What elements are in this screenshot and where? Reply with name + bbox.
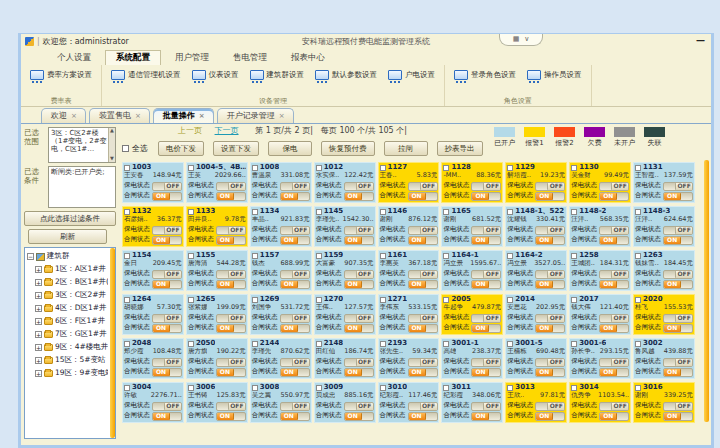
close-switch[interactable]: ON (344, 324, 374, 333)
expand-icon[interactable]: + (35, 266, 42, 273)
protect-switch[interactable]: OFF (599, 226, 629, 235)
card-checkbox[interactable] (443, 165, 449, 171)
selected-condition-box[interactable]: 断闸类:已开户类; (48, 166, 116, 208)
meter-card[interactable]: 1154金日209.45元保电状态OFF合闸状态ON (122, 250, 184, 291)
protect-switch[interactable]: OFF (152, 270, 182, 279)
protect-switch[interactable]: OFF (663, 358, 693, 367)
protect-switch[interactable]: OFF (152, 402, 182, 411)
protect-switch[interactable]: OFF (280, 182, 310, 191)
tree-item[interactable]: +3区：C区2#井（1#变… (27, 289, 108, 302)
meter-card[interactable]: 3001-1高雄238.37元保电状态OFF合闸状态ON (441, 338, 503, 379)
card-checkbox[interactable] (380, 385, 386, 391)
meter-card[interactable]: 3010纪彩霞..117.46元保电状态OFF合闸状态ON (378, 382, 440, 423)
tree-item[interactable]: +4区：D区1#井（D区1… (27, 302, 108, 315)
close-switch[interactable]: ON (535, 368, 565, 377)
select-all-checkbox[interactable] (122, 145, 129, 152)
tab-批量操作[interactable]: 批量操作× (153, 108, 214, 123)
protect-switch[interactable]: OFF (152, 226, 182, 235)
card-checkbox[interactable] (188, 209, 194, 215)
meter-card[interactable]: 1128-MM..88.36元保电状态OFF合闸状态ON (441, 162, 503, 203)
next-page-link[interactable]: 下一页 (215, 126, 239, 135)
chevron-down-icon[interactable]: ∨ (524, 35, 529, 43)
close-switch[interactable]: ON (344, 280, 374, 289)
ribbon-button-建筑群设置[interactable]: 建筑群设置 (250, 70, 305, 80)
meter-card[interactable]: 1258王城团..184.31元保电状态OFF合闸状态ON (569, 250, 631, 291)
protect-switch[interactable]: OFF (344, 358, 374, 367)
meter-card[interactable]: 3009贝成忠885.16元保电状态OFF合闸状态ON (314, 382, 376, 423)
close-switch[interactable]: ON (216, 324, 246, 333)
meter-card[interactable]: 1004-5、4B…王英2029.66..保电状态OFF合闸状态ON (186, 162, 248, 203)
close-switch[interactable]: ON (471, 236, 501, 245)
tree-item[interactable]: +9区：4#楼电井（4#楼… (27, 341, 108, 354)
protect-switch[interactable]: OFF (599, 182, 629, 191)
protect-switch[interactable]: OFF (663, 314, 693, 323)
close-switch[interactable]: ON (663, 324, 693, 333)
tree-scrollbar[interactable] (110, 248, 115, 438)
protect-switch[interactable]: OFF (535, 402, 565, 411)
meter-card[interactable]: 1008曹温泉331.08元保电状态OFF合闸状态ON (250, 162, 312, 203)
protect-switch[interactable]: OFF (599, 270, 629, 279)
toolbar-button-设置下发[interactable]: 设置下发 (213, 141, 259, 156)
card-checkbox[interactable] (124, 209, 130, 215)
close-switch[interactable]: ON (280, 236, 310, 245)
card-checkbox[interactable] (316, 209, 322, 215)
meter-card[interactable]: 1155唐海清544.28元保电状态OFF合闸状态ON (186, 250, 248, 291)
meter-card[interactable]: 1003王安春148.94元保电状态OFF合闸状态ON (122, 162, 184, 203)
card-checkbox[interactable] (124, 341, 130, 347)
card-checkbox[interactable] (380, 297, 386, 303)
tree-item[interactable]: +19区：9#变电站（2#… (27, 367, 108, 380)
meter-card[interactable]: 2048郑少霞108.48元保电状态OFF合闸状态ON (122, 338, 184, 379)
protect-switch[interactable]: OFF (344, 270, 374, 279)
expand-icon[interactable]: + (35, 292, 42, 299)
protect-switch[interactable]: OFF (535, 358, 565, 367)
ribbon-button-登录角色设置[interactable]: 登录角色设置 (454, 70, 516, 80)
close-switch[interactable]: ON (280, 192, 310, 201)
protect-switch[interactable]: OFF (535, 314, 565, 323)
meter-card[interactable]: 1161李惠英367.18元保电状态OFF合闸状态ON (378, 250, 440, 291)
card-checkbox[interactable] (635, 253, 641, 259)
card-checkbox[interactable] (443, 385, 449, 391)
tree-item[interactable]: +2区：B区1#井(B区1#） (27, 276, 108, 289)
close-icon[interactable]: × (71, 112, 77, 120)
protect-switch[interactable]: OFF (599, 314, 629, 323)
card-checkbox[interactable] (124, 253, 130, 259)
close-switch[interactable]: ON (535, 192, 565, 201)
close-switch[interactable]: ON (535, 324, 565, 333)
card-checkbox[interactable] (571, 341, 577, 347)
menu-item-用户管理[interactable]: 用户管理 (165, 51, 219, 65)
collapse-icon[interactable]: − (27, 253, 34, 260)
ribbon-button-默认参数设置[interactable]: 默认参数设置 (315, 70, 377, 80)
protect-switch[interactable]: OFF (280, 358, 310, 367)
close-switch[interactable]: ON (471, 412, 501, 421)
meter-card[interactable]: 2193张先生..59.34元保电状态OFF合闸状态ON (378, 338, 440, 379)
card-checkbox[interactable] (188, 341, 194, 347)
meter-card[interactable]: 1164-1冯立景1595.67..保电状态OFF合闸状态ON (441, 250, 503, 291)
protect-switch[interactable]: OFF (471, 314, 501, 323)
protect-switch[interactable]: OFF (216, 226, 246, 235)
protect-switch[interactable]: OFF (599, 402, 629, 411)
close-switch[interactable]: ON (344, 192, 374, 201)
range-box-scrollbar[interactable]: ▲▼ (108, 128, 115, 162)
meter-card[interactable]: 1012水实保..122.42元保电状态OFF合闸状态ON (314, 162, 376, 203)
meter-card[interactable]: 1132石彦娟..36.37元保电状态OFF合闸状态ON (122, 206, 184, 247)
close-switch[interactable]: ON (408, 412, 438, 421)
meter-card[interactable]: 3001-5王楠栋690.48元保电状态OFF合闸状态ON (505, 338, 567, 379)
protect-switch[interactable]: OFF (471, 358, 501, 367)
close-switch[interactable]: ON (152, 324, 182, 333)
tree-item[interactable]: +6区：F区1#井（F区1#… (27, 315, 108, 328)
close-switch[interactable]: ON (663, 412, 693, 421)
close-switch[interactable]: ON (216, 368, 246, 377)
ribbon-button-操作员设置[interactable]: 操作员设置 (527, 70, 582, 80)
meter-card[interactable]: 1146谢刚876.12元保电状态OFF合闸状态ON (378, 206, 440, 247)
toolbar-button-恢复预付费[interactable]: 恢复预付费 (321, 141, 375, 156)
protect-switch[interactable]: OFF (152, 182, 182, 191)
card-checkbox[interactable] (124, 165, 130, 171)
expand-icon[interactable]: + (35, 318, 42, 325)
card-checkbox[interactable] (635, 341, 641, 347)
close-icon[interactable]: × (199, 112, 205, 120)
card-checkbox[interactable] (507, 297, 513, 303)
close-switch[interactable]: ON (471, 192, 501, 201)
close-switch[interactable]: ON (408, 192, 438, 201)
meter-card[interactable]: 1133田井良..9.78元保电状态OFF合闸状态ON (186, 206, 248, 247)
toolbar-button-保电[interactable]: 保电 (268, 141, 312, 156)
